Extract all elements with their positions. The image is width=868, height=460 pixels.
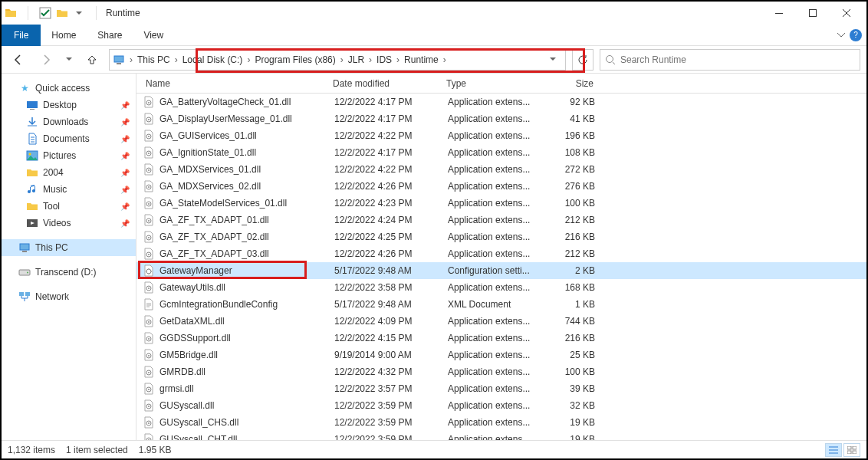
breadcrumb[interactable]: › This PC›Local Disk (C:)›Program Files … <box>109 49 566 71</box>
thumbnails-view-button[interactable] <box>843 443 860 457</box>
file-date: 12/2/2022 4:22 PM <box>334 130 448 141</box>
search-input[interactable] <box>620 54 855 65</box>
sidebar-item[interactable]: Downloads📌 <box>2 113 136 130</box>
chevron-right-icon[interactable]: › <box>173 54 179 65</box>
file-icon <box>143 416 155 429</box>
sidebar-item[interactable]: Music📌 <box>2 181 136 198</box>
network[interactable]: Network <box>2 288 136 305</box>
file-row[interactable]: GA_StateModelServices_01.dll12/2/2022 4:… <box>136 195 866 212</box>
file-icon <box>143 433 155 440</box>
col-size[interactable]: Size <box>546 78 601 89</box>
breadcrumb-segment[interactable]: IDS <box>373 54 395 65</box>
home-tab[interactable]: Home <box>41 25 87 46</box>
file-row[interactable]: GatewayUtils.dll12/2/2022 3:58 PMApplica… <box>136 279 866 296</box>
file-date: 12/2/2022 4:17 PM <box>334 113 448 124</box>
file-size: 744 KB <box>547 316 603 327</box>
ribbon-collapse-icon[interactable] <box>837 33 845 38</box>
maximize-button[interactable] <box>796 2 830 25</box>
chevron-right-icon[interactable]: › <box>245 54 252 65</box>
file-type: Application extens... <box>448 232 547 242</box>
quick-access[interactable]: ★ Quick access <box>2 80 136 97</box>
col-date[interactable]: Date modified <box>333 78 446 89</box>
file-row[interactable]: GGDSSupport.dll12/2/2022 4:15 PMApplicat… <box>136 330 866 347</box>
file-row[interactable]: GA_IgnitionState_01.dll12/2/2022 4:17 PM… <box>136 144 866 161</box>
file-row[interactable]: GatewayManager5/17/2022 9:48 AMConfigura… <box>136 262 866 279</box>
check-icon[interactable] <box>39 7 51 19</box>
column-headers[interactable]: Name Date modified Type Size <box>136 74 866 94</box>
network-icon <box>18 291 31 303</box>
view-tab[interactable]: View <box>133 25 174 46</box>
sidebar-item[interactable]: 2004📌 <box>2 164 136 181</box>
file-row[interactable]: GA_ZF_TX_ADAPT_03.dll12/2/2022 4:26 PMAp… <box>136 245 866 262</box>
file-size: 2 KB <box>547 265 603 276</box>
breadcrumb-segment[interactable]: Program Files (x86) <box>252 54 338 65</box>
details-view-button[interactable] <box>825 443 842 457</box>
up-button[interactable] <box>81 49 103 71</box>
file-row[interactable]: GA_ZF_TX_ADAPT_01.dll12/2/2022 4:24 PMAp… <box>136 212 866 228</box>
pin-icon: 📌 <box>120 118 130 127</box>
file-row[interactable]: GA_DisplayUserMessage_01.dll12/2/2022 4:… <box>136 110 866 127</box>
file-row[interactable]: GUSyscall_CHS.dll12/2/2022 3:59 PMApplic… <box>136 414 866 431</box>
chevron-right-icon[interactable]: › <box>128 54 134 65</box>
sidebar-item[interactable]: Documents📌 <box>2 130 136 147</box>
navigation-pane[interactable]: ★ Quick access Desktop📌Downloads📌Documen… <box>2 74 136 440</box>
file-icon <box>143 349 155 361</box>
address-dropdown[interactable] <box>544 58 562 61</box>
close-button[interactable] <box>830 2 863 25</box>
svg-rect-1 <box>775 13 783 14</box>
file-icon <box>143 113 155 125</box>
recent-dropdown[interactable] <box>63 49 75 71</box>
svg-point-34 <box>148 237 150 238</box>
file-name: GcmIntegrationBundleConfig <box>159 299 334 310</box>
svg-point-24 <box>148 153 150 154</box>
file-list[interactable]: GA_BatteryVoltageCheck_01.dll12/2/2022 4… <box>136 94 866 440</box>
svg-point-20 <box>148 119 150 120</box>
file-type: Application extens... <box>448 434 547 440</box>
minimize-button[interactable] <box>762 2 796 25</box>
sidebar-label: Tool <box>43 201 60 212</box>
help-icon[interactable]: ? <box>850 29 862 41</box>
search-box[interactable] <box>600 49 860 71</box>
share-tab[interactable]: Share <box>87 25 133 46</box>
file-type: XML Document <box>448 299 547 310</box>
sidebar-item[interactable]: Desktop📌 <box>2 97 136 113</box>
breadcrumb-segment[interactable]: Runtime <box>401 54 442 65</box>
chevron-right-icon[interactable]: › <box>442 54 448 65</box>
sidebar-item[interactable]: Tool📌 <box>2 198 136 215</box>
col-name[interactable]: Name <box>143 78 333 89</box>
breadcrumb-segment[interactable]: JLR <box>345 54 367 65</box>
forward-button[interactable] <box>35 49 57 71</box>
chevron-right-icon[interactable]: › <box>367 54 373 65</box>
file-tab[interactable]: File <box>2 25 41 46</box>
chevron-right-icon[interactable]: › <box>395 54 401 65</box>
chevron-right-icon[interactable]: › <box>339 54 345 65</box>
file-row[interactable]: GA_ZF_TX_ADAPT_02.dll12/2/2022 4:25 PMAp… <box>136 228 866 245</box>
quick-access-dropdown[interactable] <box>73 7 85 19</box>
col-type[interactable]: Type <box>446 78 546 89</box>
file-row[interactable]: GA_GUIServices_01.dll12/2/2022 4:22 PMAp… <box>136 127 866 144</box>
breadcrumb-segment[interactable]: Local Disk (C:) <box>179 54 246 65</box>
file-row[interactable]: GUSyscall.dll12/2/2022 3:59 PMApplicatio… <box>136 397 866 414</box>
refresh-button[interactable] <box>572 49 593 71</box>
drive-item[interactable]: Transcend (D:) <box>2 264 136 281</box>
file-row[interactable]: grmsi.dll12/2/2022 3:57 PMApplication ex… <box>136 380 866 397</box>
sidebar-item[interactable]: Videos📌 <box>2 215 136 232</box>
sidebar-item[interactable]: Pictures📌 <box>2 147 136 164</box>
file-row[interactable]: GMRDB.dll12/2/2022 4:32 PMApplication ex… <box>136 363 866 380</box>
folder-small-icon[interactable] <box>56 7 68 19</box>
file-row[interactable]: GcmIntegrationBundleConfig5/17/2022 9:48… <box>136 296 866 313</box>
folder-icon <box>5 7 17 19</box>
file-size: 272 KB <box>547 164 603 175</box>
file-row[interactable]: GA_MDXServices_02.dll12/2/2022 4:26 PMAp… <box>136 178 866 195</box>
file-date: 12/2/2022 3:59 PM <box>334 400 448 411</box>
file-pane: Name Date modified Type Size GA_BatteryV… <box>136 74 866 440</box>
file-row[interactable]: GA_BatteryVoltageCheck_01.dll12/2/2022 4… <box>136 94 866 110</box>
file-row[interactable]: GUSyscall_CHT.dll12/2/2022 3:59 PMApplic… <box>136 431 866 440</box>
svg-rect-59 <box>853 451 856 454</box>
back-button[interactable] <box>8 49 29 71</box>
file-row[interactable]: GetDataXML.dll12/2/2022 4:09 PMApplicati… <box>136 313 866 330</box>
file-row[interactable]: GM5Bridge.dll9/19/2014 9:00 AMApplicatio… <box>136 347 866 363</box>
this-pc[interactable]: This PC <box>2 239 136 256</box>
breadcrumb-segment[interactable]: This PC <box>134 54 173 65</box>
file-row[interactable]: GA_MDXServices_01.dll12/2/2022 4:22 PMAp… <box>136 161 866 178</box>
